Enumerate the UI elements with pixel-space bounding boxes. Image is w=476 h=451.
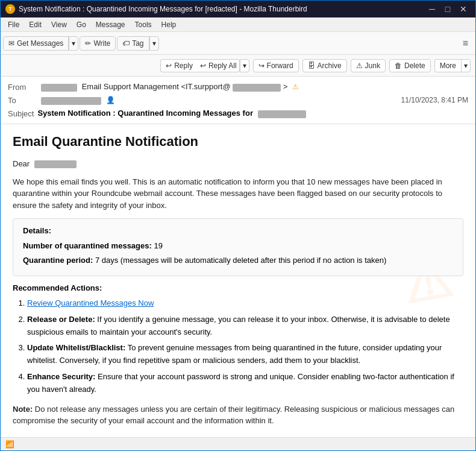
more-label: More <box>440 62 456 70</box>
app-icon: T <box>5 4 15 14</box>
title-bar: T System Notification : Quarantined Inco… <box>1 1 475 17</box>
tag-button[interactable]: 🏷 Tag <box>117 36 149 51</box>
action-list: Review Quarantined Messages Now Release … <box>13 297 463 396</box>
from-row: From Email Support Management <IT.surppo… <box>8 80 468 93</box>
get-messages-dropdown[interactable]: ▾ <box>69 36 78 51</box>
menu-go[interactable]: Go <box>72 19 91 30</box>
junk-label: Junk <box>365 62 380 70</box>
from-domain-redacted <box>233 84 281 92</box>
quarantined-count-row: Number of quarantined messages: 19 <box>23 240 453 252</box>
email-body: ⚠ Email Quarantine Notification Dear We … <box>1 124 475 437</box>
reply-all-button[interactable]: ↩ Reply All <box>198 59 240 72</box>
quarantine-period-label: Quarantine period: <box>23 256 93 265</box>
from-value: Email Support Management <IT.surpport@ >… <box>41 82 468 91</box>
reply-all-icon: ↩ <box>200 62 206 70</box>
tag-icon: 🏷 <box>122 39 130 48</box>
email-headers: From Email Support Management <IT.surppo… <box>1 77 475 124</box>
archive-label: Archive <box>318 62 342 70</box>
get-messages-label: Get Messages <box>17 39 63 48</box>
close-button[interactable]: ✕ <box>456 3 471 15</box>
note-paragraph: Note: Do not release any messages unless… <box>13 403 463 427</box>
tag-group: 🏷 Tag ▾ <box>117 36 158 51</box>
junk-icon: ⚠ <box>356 62 363 70</box>
subject-redacted <box>258 110 306 118</box>
to-redacted <box>41 97 101 105</box>
reply-dropdown[interactable]: ▾ <box>240 59 249 72</box>
menu-file[interactable]: File <box>3 19 24 30</box>
dear-para: Dear <box>13 158 463 170</box>
subject-value: System Notification : Quarantined Incomi… <box>37 109 305 118</box>
junk-button[interactable]: ⚠ Junk <box>351 59 386 72</box>
menu-help[interactable]: Help <box>157 19 181 30</box>
quarantine-period-row: Quarantine period: 7 days (messages will… <box>23 254 453 266</box>
email-date: 11/10/2023, 8:41 PM <box>401 96 468 104</box>
tag-label: Tag <box>132 39 143 48</box>
to-label: To <box>8 96 41 105</box>
note-label: Note: <box>13 405 33 414</box>
delete-label: Delete <box>404 62 425 70</box>
tag-dropdown[interactable]: ▾ <box>149 36 159 51</box>
delete-button[interactable]: 🗑 Delete <box>389 59 431 72</box>
from-angle-bracket: > <box>283 82 288 91</box>
details-title: Details: <box>23 226 453 235</box>
details-box: Details: Number of quarantined messages:… <box>13 218 463 276</box>
reply-label: Reply <box>174 62 193 70</box>
maximize-button[interactable]: □ <box>440 3 455 15</box>
get-messages-group: ✉ Get Messages ▾ <box>3 36 78 51</box>
trash-icon: 🗑 <box>395 62 402 70</box>
subject-text: System Notification : Quarantined Incomi… <box>37 109 253 118</box>
to-icon: 👤 <box>106 96 115 104</box>
write-label: Write <box>93 39 110 48</box>
email-action-toolbar: ↩ Reply ↩ Reply All ▾ ↪ Forward 🗄 Archiv… <box>1 55 475 77</box>
menu-bar: File Edit View Go Message Tools Help <box>1 17 475 32</box>
to-value: 👤 <box>41 95 401 104</box>
quarantined-count-value: 19 <box>154 241 162 250</box>
menu-view[interactable]: View <box>46 19 72 30</box>
menu-tools[interactable]: Tools <box>130 19 157 30</box>
action-item-3: Update Whitelist/Blacklist: To prevent g… <box>27 342 463 367</box>
more-button[interactable]: More <box>434 59 461 72</box>
quarantine-period-value: 7 days (messages will be automatically d… <box>95 256 386 265</box>
reply-icon: ↩ <box>166 62 172 70</box>
forward-button[interactable]: ↪ Forward <box>253 59 299 72</box>
window-controls: ─ □ ✕ <box>425 3 471 15</box>
security-warning-icon: ⚠ <box>292 83 299 91</box>
more-group: More ▾ <box>434 59 471 72</box>
reply-group: ↩ Reply ↩ Reply All ▾ <box>160 59 249 72</box>
action-item-4: Enhance Security: Ensure that your accou… <box>27 371 463 396</box>
write-icon: ✏ <box>85 39 91 48</box>
note-text: Do not release any messages unless you a… <box>13 405 454 426</box>
envelope-icon: ✉ <box>8 39 14 48</box>
status-icon: 📶 <box>5 440 14 449</box>
menu-message[interactable]: Message <box>91 19 130 30</box>
from-redacted-name <box>41 84 77 92</box>
intro-paragraph: We hope this email finds you well. This … <box>13 176 463 212</box>
forward-icon: ↪ <box>258 62 265 70</box>
forward-label: Forward <box>267 62 293 70</box>
reply-all-label: Reply All <box>208 62 237 70</box>
archive-icon: 🗄 <box>308 62 315 70</box>
menu-edit[interactable]: Edit <box>24 19 46 30</box>
more-dropdown[interactable]: ▾ <box>461 59 471 72</box>
dear-label: Dear <box>13 159 30 168</box>
from-label: From <box>8 83 41 92</box>
main-window: T System Notification : Quarantined Inco… <box>0 0 476 451</box>
hamburger-menu[interactable]: ≡ <box>458 36 473 51</box>
email-title: Email Quarantine Notification <box>13 134 463 150</box>
reply-button[interactable]: ↩ Reply <box>160 59 198 72</box>
subject-row: Subject System Notification : Quarantine… <box>8 107 468 120</box>
main-toolbar: ✉ Get Messages ▾ ✏ Write 🏷 Tag ▾ ≡ <box>1 32 475 55</box>
action-item-1: Review Quarantined Messages Now <box>27 297 463 310</box>
status-bar: 📶 <box>1 437 475 450</box>
review-link[interactable]: Review Quarantined Messages Now <box>27 298 154 308</box>
subject-label: Subject <box>8 109 34 118</box>
window-title: System Notification : Quarantined Incomi… <box>19 5 425 13</box>
minimize-button[interactable]: ─ <box>425 3 439 15</box>
recommended-title: Recommended Actions: <box>13 283 463 292</box>
archive-button[interactable]: 🗄 Archive <box>302 59 347 72</box>
dear-name-redacted <box>34 160 77 168</box>
get-messages-button[interactable]: ✉ Get Messages <box>3 36 69 51</box>
write-button[interactable]: ✏ Write <box>80 36 116 51</box>
action-item-2: Release or Delete: If you identify a gen… <box>27 314 463 339</box>
from-email: Email Support Management <IT.surpport@ <box>82 82 231 91</box>
